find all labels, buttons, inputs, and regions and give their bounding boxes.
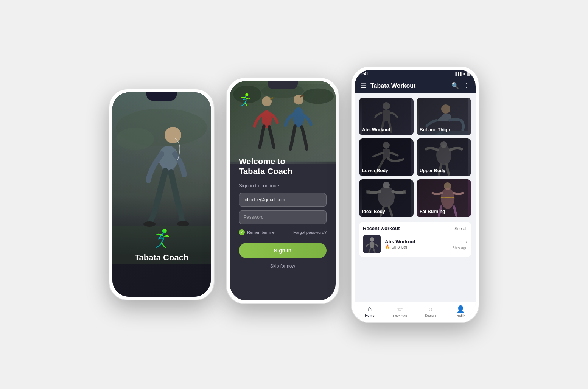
nav-home[interactable]: ⌂ Home: [355, 305, 385, 318]
favorites-nav-label: Favorites: [393, 314, 407, 318]
abs-workout-label: Abs Workout: [362, 127, 390, 132]
phone-login: Welcome to Tabata Coach Sign in to conti…: [226, 77, 339, 304]
status-bar: 9:41 ▐▐▐ ■ ▓: [355, 70, 476, 78]
signin-button[interactable]: Sign In: [239, 243, 327, 258]
splash-app-title: Tabata Coach: [135, 253, 189, 263]
status-time: 9:41: [361, 72, 368, 76]
workout-grid: Abs Workout: [359, 98, 471, 217]
status-icons: ▐▐▐ ■ ▓: [454, 72, 470, 76]
login-logo: [237, 92, 252, 109]
signal-bars-icon: ▐▐▐: [454, 72, 462, 76]
star-icon: ☆: [397, 305, 403, 313]
nav-profile[interactable]: 👤 Profile: [445, 305, 476, 318]
menu-icon[interactable]: ☰: [361, 82, 366, 89]
recent-thumb-img: [363, 235, 381, 253]
workout-card-abs[interactable]: Abs Workout: [359, 98, 414, 135]
upper-body-label: Upper Body: [420, 168, 445, 173]
remember-left: ✓ Remember me: [239, 229, 275, 235]
recent-workout-name: Abs Workout: [385, 239, 449, 244]
fat-burning-label: Fat Burning: [420, 209, 445, 214]
email-input[interactable]: [239, 193, 327, 207]
bottom-navigation: ⌂ Home ☆ Favorites ⌕ Search 👤 Profile: [355, 302, 476, 319]
nav-favorites[interactable]: ☆ Favorites: [385, 305, 415, 318]
phone-main: 9:41 ▐▐▐ ■ ▓ ☰ Tabata Workout 🔍 ⋮: [351, 66, 479, 323]
signin-label: Sign in to continue: [239, 183, 327, 188]
remember-checkbox[interactable]: ✓: [239, 229, 245, 235]
chevron-right-icon: ›: [465, 238, 467, 244]
home-icon: ⌂: [368, 305, 372, 313]
but-thigh-label: But and Thigh: [420, 127, 450, 132]
workout-card-ideal[interactable]: Ideal Body: [359, 179, 414, 217]
main-content: Abs Workout: [355, 93, 476, 302]
fire-icon: 🔥: [385, 244, 390, 249]
workout-card-upper[interactable]: Upper Body: [417, 138, 471, 176]
svg-point-18: [245, 93, 248, 96]
remember-label: Remember me: [247, 230, 275, 235]
lower-body-label: Lower Body: [362, 168, 388, 173]
password-input[interactable]: [239, 210, 327, 224]
svg-point-8: [162, 229, 167, 233]
battery-icon: ▓: [467, 72, 470, 76]
profile-nav-label: Profile: [456, 314, 465, 318]
forgot-password-link[interactable]: Forgot password?: [293, 230, 327, 235]
svg-point-3: [165, 127, 181, 143]
svg-point-6: [143, 221, 156, 227]
splash-logo-container: Tabata Coach: [135, 227, 189, 263]
svg-point-1: [116, 128, 154, 150]
login-form-area: Welcome to Tabata Coach Sign in to conti…: [230, 149, 336, 300]
profile-icon: 👤: [456, 305, 465, 313]
home-nav-label: Home: [365, 314, 374, 317]
tabata-logo-icon: [150, 227, 173, 250]
splash-background: Tabata Coach: [112, 92, 211, 297]
recent-title: Recent workout: [363, 226, 400, 231]
notch-login: [268, 81, 298, 89]
svg-point-40: [370, 237, 374, 242]
app-header: ☰ Tabata Workout 🔍 ⋮: [355, 78, 476, 93]
recent-time-ago: 3hrs ago: [453, 246, 467, 250]
svg-point-7: [177, 221, 189, 226]
more-options-icon[interactable]: ⋮: [464, 82, 470, 89]
nav-search[interactable]: ⌕ Search: [415, 305, 445, 318]
skip-link[interactable]: Skip for now: [239, 263, 327, 269]
recent-workout-section: Recent workout See all: [359, 222, 471, 257]
login-logo-icon: [237, 92, 252, 107]
welcome-heading: Welcome to Tabata Coach: [239, 157, 327, 177]
recent-header: Recent workout See all: [363, 226, 467, 231]
header-title: Tabata Workout: [370, 82, 447, 89]
workout-card-fat[interactable]: Fat Burning: [417, 179, 471, 217]
recent-workout-item[interactable]: Abs Workout 🔥 60.3 Cal › 3hrs ago: [363, 235, 467, 253]
remember-row: ✓ Remember me Forgot password?: [239, 229, 327, 235]
recent-calories: 🔥 60.3 Cal: [385, 244, 449, 249]
recent-workout-info: Abs Workout 🔥 60.3 Cal: [385, 239, 449, 249]
search-nav-icon: ⌕: [428, 305, 432, 313]
main-container: Tabata Coach: [109, 66, 479, 323]
search-icon[interactable]: 🔍: [451, 82, 459, 89]
ideal-body-label: Ideal Body: [362, 209, 385, 214]
workout-card-but[interactable]: But and Thigh: [417, 98, 471, 135]
search-nav-label: Search: [425, 314, 436, 317]
wifi-icon: ■: [463, 72, 465, 76]
notch-splash: [146, 92, 177, 101]
see-all-link[interactable]: See all: [454, 226, 467, 231]
recent-workout-thumbnail: [363, 235, 381, 253]
runner-overlay: [112, 92, 211, 297]
phone-splash: Tabata Coach: [109, 89, 215, 300]
svg-rect-41: [370, 242, 374, 248]
recent-workout-meta: › 3hrs ago: [453, 238, 467, 250]
workout-card-lower[interactable]: Lower Body: [359, 138, 414, 176]
